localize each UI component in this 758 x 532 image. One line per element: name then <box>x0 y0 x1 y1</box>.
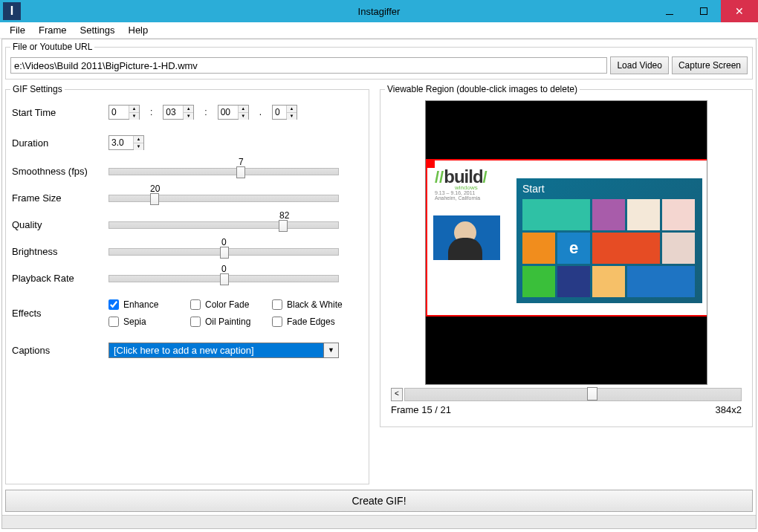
effect-bw[interactable]: Black & White <box>272 299 361 310</box>
preview-legend: Viewable Region (double-click images to … <box>385 84 580 94</box>
playback-label: Playback Rate <box>12 273 108 284</box>
duration-label: Duration <box>12 137 108 149</box>
frame-dimensions: 384x2 <box>716 404 742 415</box>
preview-scrollbar[interactable]: < <box>391 388 742 401</box>
app-icon: I <box>3 2 21 20</box>
quality-slider[interactable]: 82 <box>108 221 339 229</box>
start-seconds-spinner[interactable]: ▲▼ <box>218 105 249 120</box>
menu-frame[interactable]: Frame <box>32 23 74 37</box>
frame-counter: Frame 15 / 21 <box>391 404 451 415</box>
brightness-slider[interactable]: 0 <box>108 248 339 256</box>
captions-combo[interactable]: [Click here to add a new caption] ▼ <box>108 343 339 358</box>
start-ms-spinner[interactable]: ▲▼ <box>272 105 297 120</box>
minimize-button[interactable] <box>652 0 687 22</box>
app-body: File or Youtube URL Load Video Capture S… <box>1 39 757 529</box>
captions-label: Captions <box>12 345 108 356</box>
effect-sepia[interactable]: Sepia <box>108 317 190 327</box>
effect-fade-edges[interactable]: Fade Edges <box>272 317 361 327</box>
window-title: Instagiffer <box>358 6 401 17</box>
smoothness-label: Smoothness (fps) <box>12 166 108 177</box>
menu-help[interactable]: Help <box>122 23 155 37</box>
menu-file[interactable]: File <box>3 23 32 37</box>
url-legend: File or Youtube URL <box>10 42 94 52</box>
effect-enhance[interactable]: Enhance <box>108 299 190 310</box>
create-gif-button[interactable]: Create GIF! <box>5 490 753 512</box>
start-minutes-spinner[interactable]: ▲▼ <box>163 105 194 120</box>
effect-colorfade[interactable]: Color Fade <box>190 299 272 310</box>
preview-frame[interactable]: //build/ windows 9.13 – 9.16, 2011 Anahe… <box>426 159 707 317</box>
titlebar: I Instagiffer ✕ <box>0 0 758 22</box>
statusbar <box>2 515 756 528</box>
build-dates: 9.13 – 9.16, 2011 Anaheim, California <box>435 190 480 201</box>
load-video-button[interactable]: Load Video <box>610 56 669 74</box>
scroll-left-button[interactable]: < <box>391 388 403 401</box>
effect-oil[interactable]: Oil Painting <box>190 317 272 327</box>
start-tiles: Start e <box>516 178 702 303</box>
gif-settings: GIF Settings Start Time ▲▼ : ▲▼ : ▲▼ . ▲… <box>5 84 369 484</box>
quality-label: Quality <box>12 219 108 230</box>
maximize-button[interactable] <box>687 0 721 22</box>
brightness-label: Brightness <box>12 246 108 257</box>
capture-screen-button[interactable]: Capture Screen <box>672 56 748 74</box>
gif-settings-legend: GIF Settings <box>10 84 65 94</box>
playback-slider[interactable]: 0 <box>108 275 339 282</box>
url-section: File or Youtube URL Load Video Capture S… <box>5 42 753 80</box>
start-hours-spinner[interactable]: ▲▼ <box>108 105 140 120</box>
start-time-label: Start Time <box>12 107 108 118</box>
crop-handle[interactable] <box>427 160 435 168</box>
smoothness-slider[interactable]: 7 <box>108 168 339 175</box>
build-logo: //build/ windows <box>435 166 487 191</box>
chevron-down-icon[interactable]: ▼ <box>324 343 339 358</box>
effects-label: Effects <box>12 308 108 319</box>
preview-pane: Viewable Region (double-click images to … <box>377 82 756 487</box>
url-input[interactable] <box>10 57 607 74</box>
menu-settings[interactable]: Settings <box>74 23 122 37</box>
menubar: File Frame Settings Help <box>0 22 758 39</box>
presenter-thumb <box>433 215 500 260</box>
preview-canvas[interactable]: //build/ windows 9.13 – 9.16, 2011 Anahe… <box>425 100 707 385</box>
framesize-slider[interactable]: 20 <box>108 195 339 202</box>
duration-spinner[interactable]: ▲▼ <box>108 135 144 150</box>
close-button[interactable]: ✕ <box>721 0 758 22</box>
framesize-label: Frame Size <box>12 192 108 204</box>
